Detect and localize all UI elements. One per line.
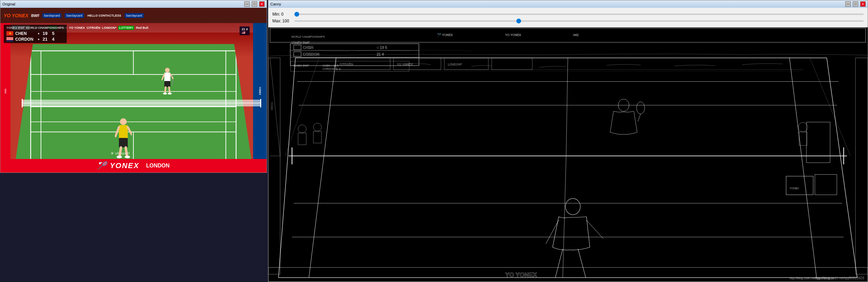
svg-line-25 [169,87,170,93]
close-btn-original[interactable]: ✕ [259,1,265,7]
tournament-name: YONEX BWF WORLD CHAMPIONSHIPS [6,26,64,29]
window-title-canny: Canny [270,2,843,6]
svg-text:YONEX: YONEX [789,187,799,190]
svg-text:YONEX: YONEX [271,102,273,110]
mini-scoreboard: 21 4 🇲🇾 [240,26,250,35]
svg-rect-11 [119,125,128,139]
max-slider-label: Max: 100 [272,19,291,23]
canny-canvas: CHEN CORDON ● 19 5 21 4 YONEX BWF WORLD … [268,27,868,282]
player2-set: 4 [50,37,56,42]
max-slider-track[interactable] [294,20,864,22]
max-slider-thumb[interactable] [516,19,521,23]
court-scene: YO YONEX BWF barclaycard barclaycard HEL… [0,8,267,173]
svg-text:LONDON*: LONDON* [448,63,462,66]
close-btn-canny[interactable]: ✕ [860,1,866,7]
header-bar: YO YONEX BWF barclaycard barclaycard HEL… [0,8,267,23]
header-sponsors: barclaycard barclaycard HELLO CONTACTLES… [42,13,144,18]
badminton-net [22,100,261,106]
svg-text:CHEN ● 19 5: CHEN ● 19 5 [323,64,339,67]
svg-rect-23 [164,81,170,87]
svg-line-29 [172,81,173,85]
svg-point-19 [165,68,170,73]
barclaycard-logo-3: barclaycard [125,13,144,18]
sponsor-citroen: CITROËN [87,26,101,29]
london-bottom-text: LONDON [146,163,169,169]
max-slider-row: Max: 100 [272,19,864,23]
bullet2: ● [38,37,40,41]
svg-line-13 [128,127,132,135]
player-far [162,67,173,95]
side-banner-right: YONEX [253,23,267,159]
svg-text:CORDON: CORDON [303,52,319,56]
svg-text:WORLD CHAMPIONSHIPS: WORLD CHAMPIONSHIPS [291,35,325,38]
original-content: YO YONEX BWF barclaycard barclaycard HEL… [0,8,267,173]
window-title-original: Original [2,2,242,6]
svg-point-10 [120,118,127,125]
net-mesh [23,103,260,103]
bottom-banner: 🏸 YONEX LONDON [0,159,267,173]
yonex-header-logo: YO YONEX [4,13,28,18]
titlebar-canny: Canny — □ ✕ [268,0,868,8]
player1-score: 19 [42,31,48,36]
uk-sport-logo: ★ uk sport [110,151,129,156]
right-banner-text: YONEX [259,87,261,95]
yonex-bottom-logo: 🏸 YONEX [97,161,139,170]
flag-cn [6,31,13,36]
player1-set: 5 [50,31,56,36]
mini-score-text: 21 4 [242,27,248,31]
sponsor-yonex-3: YO YONEX [69,26,85,29]
svg-line-24 [165,87,166,93]
canny-image-area: CHEN CORDON ● 19 5 21 4 YONEX BWF WORLD … [268,27,868,282]
svg-text:YO YONEX: YO YONEX [505,271,537,278]
titlebar-original: Original — □ ✕ [0,0,267,8]
canny-edges-svg: CHEN CORDON ● 19 5 21 4 YONEX BWF WORLD … [268,27,868,282]
maximize-btn-original[interactable]: □ [252,1,257,7]
score-row-player1: CHEN ● 19 5 [6,31,64,36]
svg-text:21 4: 21 4 [377,52,384,56]
min-slider-row: Min: 0 [272,12,864,17]
player1-name: CHEN [15,31,36,36]
svg-text:CORDON 21 4: CORDON 21 4 [323,67,341,70]
contactless-text: HELLO CONTACTLESS [87,14,121,17]
net-post-right [260,99,261,107]
svg-point-27 [168,93,172,95]
mini-flag: 🇲🇾 [242,31,248,34]
min-slider-label: Min: 0 [272,12,291,17]
svg-text:● 19 5: ● 19 5 [377,45,387,49]
svg-rect-14 [119,138,128,147]
left-banner-text: icici [4,89,7,94]
svg-rect-20 [164,73,170,81]
window-original: Original — □ ✕ YO YONEX BWF barclaycard … [0,0,267,173]
sponsor-lottery: LOTTERY [118,26,135,30]
min-slider-track[interactable] [294,14,864,15]
watermark: http://blog.csdn.net/qqi95923828 [815,276,864,280]
svg-point-26 [163,93,167,95]
court-lines-svg [14,44,253,173]
sponsor-redbull: Red Bull [136,26,148,29]
min-slider-thumb[interactable] [294,12,299,17]
player2-name: CORDON [15,37,36,42]
svg-text:CHEN: CHEN [303,45,313,49]
svg-line-12 [116,127,119,136]
player2-score: 21 [42,37,48,42]
maximize-btn-canny[interactable]: □ [853,1,858,7]
svg-text:Jet2: Jet2 [573,33,579,37]
scoreboard: YONEX BWF WORLD CHAMPIONSHIPS CHEN ● 19 … [4,25,67,43]
window-canny: Canny — □ ✕ Min: 0 Max: 100 [268,0,868,282]
barclaycard-logo: barclaycard [42,13,62,18]
player-far-figure [162,67,173,95]
svg-text:YONEX BWF: YONEX BWF [293,64,309,67]
svg-line-21 [162,74,164,80]
svg-point-18 [125,156,130,158]
barclaycard-logo-2: barclaycard [65,13,84,18]
svg-text:YO YONEX: YO YONEX [505,33,521,37]
svg-text:CITROËN: CITROËN [339,63,353,66]
flag-my [6,37,13,41]
court-floor [14,44,253,173]
sponsor-london: LONDON* [102,26,117,29]
svg-text:🏸 YONEX: 🏸 YONEX [437,33,453,37]
minimize-btn-original[interactable]: — [244,1,250,7]
svg-text:YONEX BWF: YONEX BWF [291,41,310,44]
minimize-btn-canny[interactable]: — [845,1,851,7]
bullet1: ● [38,32,40,35]
